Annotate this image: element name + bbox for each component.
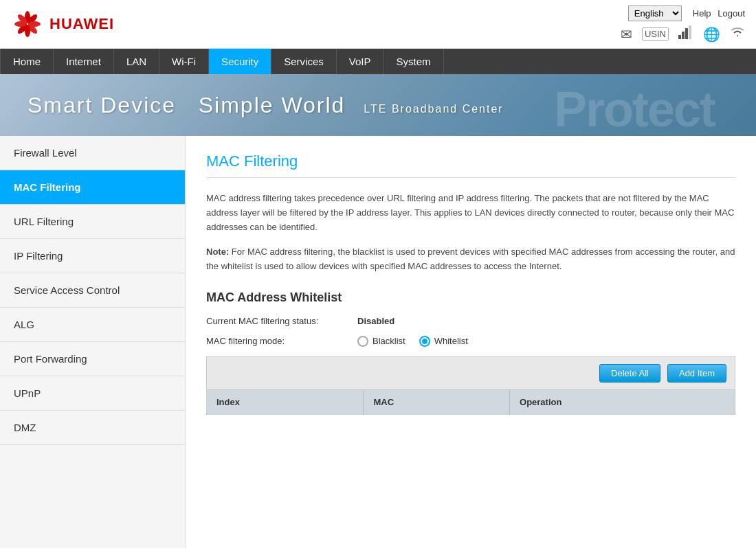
page-title-divider (206, 177, 735, 178)
nav-services[interactable]: Services (271, 49, 337, 74)
sidebar-item-dmz-label: DMZ (14, 422, 36, 433)
svg-rect-10 (685, 28, 688, 39)
main-nav: Home Internet LAN Wi-Fi Security Service… (0, 49, 756, 74)
sidebar: Firewall Level MAC Filtering URL Filteri… (0, 136, 186, 548)
radio-whitelist-circle[interactable] (419, 336, 430, 347)
sidebar-item-dmz[interactable]: DMZ (0, 411, 185, 445)
banner-simple-world: Simple World (199, 93, 346, 117)
sidebar-item-ip-filtering[interactable]: IP Filtering (0, 239, 185, 273)
signal-icon[interactable] (678, 25, 693, 43)
page-title: MAC Filtering (206, 152, 735, 170)
help-logout-area: Help Logout (689, 8, 745, 19)
nav-security[interactable]: Security (209, 49, 271, 74)
brand-name: HUAWEI (49, 15, 114, 33)
usin-icon[interactable]: USIN (642, 27, 669, 41)
svg-rect-9 (682, 32, 685, 39)
sidebar-item-port-forwarding[interactable]: Port Forwarding (0, 342, 185, 376)
banner: Smart Device Simple World LTE Broadband … (0, 74, 756, 136)
radio-whitelist-label: Whitelist (434, 336, 468, 346)
logo-area: HUAWEI (11, 10, 114, 38)
svg-rect-11 (689, 25, 691, 39)
add-item-button[interactable]: Add Item (667, 364, 726, 383)
nav-system[interactable]: System (383, 49, 443, 74)
table-header-row: Index MAC Operation (207, 389, 735, 414)
banner-text: Smart Device Simple World LTE Broadband … (27, 93, 504, 118)
sidebar-item-firewall-level-label: Firewall Level (14, 147, 77, 159)
sidebar-item-upnp-label: UPnP (14, 387, 41, 399)
banner-subtitle: LTE Broadband Center (364, 103, 503, 115)
filtering-status-row: Current MAC filtering status: Disabled (206, 316, 735, 326)
section-title: MAC Address Whitelist (206, 290, 735, 305)
wifi-symbol-icon (730, 26, 745, 38)
col-mac: MAC (364, 389, 510, 414)
radio-group: Blacklist Whitelist (357, 336, 468, 347)
nav-lan[interactable]: LAN (114, 49, 159, 74)
wifi-icon[interactable] (730, 26, 745, 42)
delete-all-button[interactable]: Delete All (599, 364, 660, 383)
sidebar-item-ip-filtering-label: IP Filtering (14, 250, 63, 262)
globe-icon[interactable]: 🌐 (703, 26, 720, 43)
radio-blacklist-circle[interactable] (357, 336, 368, 347)
filtering-mode-label: MAC filtering mode: (206, 336, 357, 346)
help-link[interactable]: Help (693, 8, 711, 19)
sidebar-item-mac-filtering-label: MAC Filtering (14, 181, 81, 193)
sidebar-item-service-access-control[interactable]: Service Access Control (0, 273, 185, 308)
sidebar-item-alg-label: ALG (14, 319, 34, 330)
radio-blacklist[interactable]: Blacklist (357, 336, 405, 347)
top-right-area: English Chinese Help Logout ✉ USIN (621, 5, 745, 43)
sidebar-item-mac-filtering[interactable]: MAC Filtering (0, 170, 185, 205)
lang-help-row: English Chinese Help Logout (628, 5, 745, 21)
filtering-status-value: Disabled (357, 316, 394, 326)
sidebar-item-port-forwarding-label: Port Forwarding (14, 353, 87, 365)
mail-icon[interactable]: ✉ (621, 26, 632, 43)
radio-whitelist[interactable]: Whitelist (419, 336, 468, 347)
main-content: MAC Filtering MAC address filtering take… (186, 136, 756, 548)
col-index: Index (207, 389, 364, 414)
sidebar-item-upnp[interactable]: UPnP (0, 376, 185, 411)
nav-wifi[interactable]: Wi-Fi (159, 49, 209, 74)
signal-bars-icon (678, 25, 693, 39)
language-select[interactable]: English Chinese (628, 5, 682, 21)
sidebar-item-url-filtering[interactable]: URL Filtering (0, 205, 185, 239)
banner-watermark: Protect (554, 81, 715, 136)
description-text: MAC address filtering takes precedence o… (206, 192, 735, 234)
nav-internet[interactable]: Internet (54, 49, 114, 74)
table-header: Index MAC Operation (207, 389, 735, 414)
col-operation: Operation (510, 389, 735, 414)
note-text: Note: For MAC address filtering, the bla… (206, 245, 735, 274)
note-prefix: Note: (206, 247, 229, 257)
header-icons-row: ✉ USIN 🌐 (621, 25, 745, 43)
sidebar-item-firewall-level[interactable]: Firewall Level (0, 136, 185, 170)
nav-voip[interactable]: VoIP (337, 49, 384, 74)
filtering-status-label: Current MAC filtering status: (206, 316, 357, 326)
banner-smart-device: Smart Device (27, 93, 176, 117)
top-header: HUAWEI English Chinese Help Logout ✉ USI… (0, 0, 756, 49)
sidebar-item-url-filtering-label: URL Filtering (14, 216, 74, 227)
content-area: Firewall Level MAC Filtering URL Filteri… (0, 136, 756, 548)
note-body: For MAC address filtering, the blacklist… (206, 247, 735, 271)
huawei-logo-icon (11, 10, 44, 38)
sidebar-item-alg[interactable]: ALG (0, 308, 185, 342)
svg-rect-8 (678, 35, 681, 39)
radio-blacklist-label: Blacklist (373, 336, 405, 346)
filtering-mode-row: MAC filtering mode: Blacklist Whitelist (206, 336, 735, 347)
nav-home[interactable]: Home (0, 49, 54, 74)
sidebar-item-service-access-control-label: Service Access Control (14, 284, 120, 296)
table-actions: Delete All Add Item (206, 356, 735, 389)
mac-table: Index MAC Operation (206, 389, 735, 415)
logout-link[interactable]: Logout (718, 8, 745, 19)
